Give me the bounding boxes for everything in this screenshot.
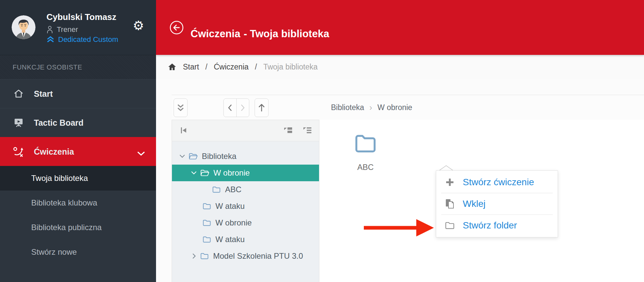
sidebar-item-start[interactable]: Start (0, 79, 156, 108)
tree-item-label: Biblioteka (202, 152, 236, 161)
library-toolbar: Biblioteka › W obronie (172, 95, 644, 120)
folder-icon (202, 219, 211, 226)
sidebar: Cybulski Tomasz Trener Dedicated Custom … (0, 0, 156, 282)
annotation-arrow-right (364, 218, 434, 237)
chevron-down-icon[interactable] (179, 154, 186, 158)
avatar[interactable] (12, 15, 36, 39)
user-role: Trener (57, 25, 78, 34)
go-up-button[interactable] (255, 98, 269, 117)
tree-item-label: W ataku (215, 202, 245, 211)
library-workarea: Biblioteka › W obronie (156, 79, 644, 282)
chevron-left-icon (227, 104, 233, 112)
folder-tree: Biblioteka W obronie ABC W ataku (172, 141, 319, 264)
chevron-down-icon[interactable] (191, 171, 197, 175)
sidebar-item-tactic-board[interactable]: Tactic Board (0, 108, 156, 137)
menu-item-label: Stwórz ćwiczenie (463, 177, 534, 188)
tree-panel-header (172, 120, 319, 141)
double-chevron-down-icon (176, 103, 185, 112)
folder-open-icon (189, 153, 198, 160)
sidebar-item-label: Tactic Board (34, 118, 84, 128)
sidebar-section-label: FUNKCJE OSOBISTE (0, 55, 156, 79)
tree-item-label: W obronie (215, 218, 252, 227)
folder-tree-panel: Biblioteka W obronie ABC W ataku (172, 120, 319, 282)
avatar-image (12, 15, 36, 39)
sidebar-subitem-biblioteka-klubowa[interactable]: Biblioteka klubowa (0, 191, 156, 215)
chevron-down-icon (137, 149, 145, 158)
folder-tile-abc[interactable]: ABC (344, 134, 387, 172)
sidebar-submenu: Twoja biblioteka Biblioteka klubowa Bibl… (0, 166, 156, 264)
tree-item-w-obronie-2[interactable]: W obronie (172, 214, 319, 231)
menu-item-stworz-cwiczenie[interactable]: Stwórz ćwiczenie (436, 172, 558, 193)
page-header: Ćwiczenia- Twoja biblioteka (156, 0, 644, 55)
double-chevron-up-icon (46, 36, 54, 43)
sidebar-subitem-twoja-biblioteka[interactable]: Twoja biblioteka (0, 166, 156, 191)
expand-all-icon[interactable] (302, 126, 312, 136)
breadcrumb-separator: / (255, 63, 257, 71)
folder-icon (200, 252, 209, 260)
sidebar-item-label: Start (34, 89, 53, 99)
create-folder-icon (445, 221, 455, 230)
home-outline-icon (13, 89, 25, 99)
tree-item-w-ataku-2[interactable]: W ataku (172, 231, 319, 248)
folder-icon-large (355, 134, 376, 153)
collapse-all-icon[interactable] (283, 126, 293, 136)
breadcrumb-separator: / (205, 63, 207, 71)
breadcrumb-item-start[interactable]: Start (183, 63, 199, 71)
chevron-right-icon (240, 104, 245, 112)
page-title-sub: - Twoja biblioteka (244, 28, 329, 40)
breadcrumb-item-cwiczenia[interactable]: Ćwiczenia (214, 63, 249, 71)
tree-item-w-ataku[interactable]: W ataku (172, 198, 319, 214)
tree-item-biblioteka[interactable]: Biblioteka (172, 148, 319, 165)
collapse-sidebar-tree-icon[interactable] (179, 126, 188, 136)
collapse-panel-button[interactable] (174, 98, 188, 117)
page-title-section: Ćwiczenia (191, 28, 240, 40)
path-item-current: W obronie (377, 103, 412, 112)
folder-icon (202, 203, 211, 210)
menu-item-label: Wklej (463, 199, 485, 209)
path-separator: › (369, 103, 372, 112)
back-button[interactable] (169, 20, 184, 35)
folder-icon (202, 236, 211, 243)
breadcrumb-item-current: Twoja biblioteka (263, 63, 318, 71)
paste-icon (445, 199, 455, 209)
settings-gear-icon[interactable]: ⚙ (133, 19, 144, 32)
menu-item-label: Stwórz folder (463, 220, 517, 231)
page-title: Ćwiczenia- Twoja biblioteka (191, 28, 329, 40)
user-name: Cybulski Tomasz (46, 12, 116, 22)
home-icon (168, 63, 177, 71)
folder-contents-pane: ABC Stwórz ćwiczenie (320, 120, 644, 282)
path-item-biblioteka[interactable]: Biblioteka (331, 103, 364, 112)
history-nav-group (223, 98, 249, 117)
app-root: Cybulski Tomasz Trener Dedicated Custom … (0, 0, 644, 282)
plan-label: Dedicated Custom (58, 35, 118, 44)
user-role-row: Trener (46, 25, 78, 34)
menu-item-wklej[interactable]: Wklej (436, 193, 558, 214)
tree-item-model-szkolenia[interactable]: Model Szkolenia PTU 3.0 (172, 248, 319, 264)
breadcrumb: Start / Ćwiczenia / Twoja biblioteka (156, 55, 644, 79)
arrow-up-icon (258, 103, 266, 112)
sidebar-item-label: Ćwiczenia (34, 147, 74, 157)
location-path: Biblioteka › W obronie (331, 103, 412, 112)
plus-icon (445, 177, 455, 187)
tree-item-label: Model Szkolenia PTU 3.0 (213, 251, 303, 261)
context-menu: Stwórz ćwiczenie Wklej (436, 170, 558, 237)
sidebar-subitem-biblioteka-publiczna[interactable]: Biblioteka publiczna (0, 215, 156, 240)
folder-tile-label: ABC (344, 163, 387, 172)
chevron-right-icon[interactable] (191, 253, 197, 259)
tree-item-label: ABC (225, 185, 241, 194)
menu-item-stworz-folder[interactable]: Stwórz folder (436, 215, 558, 236)
tree-item-abc[interactable]: ABC (172, 181, 319, 198)
tree-item-label: W ataku (215, 235, 245, 244)
sidebar-item-cwiczenia[interactable]: Ćwiczenia (0, 137, 156, 166)
sidebar-subitem-stworz-nowe[interactable]: Stwórz nowe (0, 240, 156, 264)
tree-item-w-obronie-selected[interactable]: W obronie (172, 165, 319, 181)
nav-back-button[interactable] (224, 99, 237, 117)
nav-forward-button-disabled[interactable] (237, 99, 249, 117)
folder-open-icon (200, 169, 209, 177)
main-area: Ćwiczenia- Twoja biblioteka Start / Ćwic… (156, 0, 644, 282)
person-icon (46, 26, 53, 34)
tree-item-label: W obronie (213, 168, 250, 178)
user-profile: Cybulski Tomasz Trener Dedicated Custom … (0, 0, 156, 55)
tactic-board-icon (13, 118, 25, 128)
plan-link[interactable]: Dedicated Custom (46, 35, 118, 44)
